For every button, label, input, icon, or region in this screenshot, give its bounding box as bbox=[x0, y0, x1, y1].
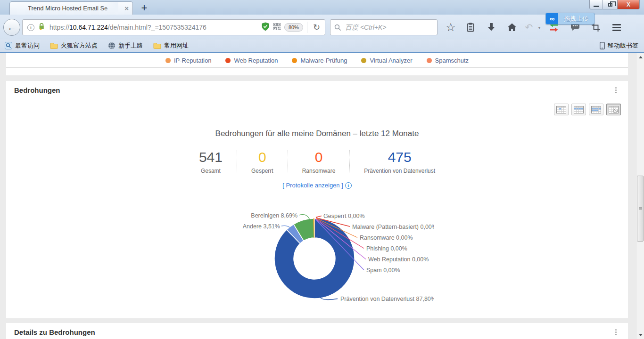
close-icon: X bbox=[627, 1, 630, 8]
arrow-up-icon bbox=[639, 56, 643, 58]
menu-hamburger-icon[interactable] bbox=[606, 19, 627, 35]
label-praevention: Prävention von Datenverlust 87,80% bbox=[340, 296, 434, 302]
leader-gesperrt bbox=[316, 216, 322, 218]
new-tab-button[interactable]: + bbox=[138, 2, 150, 14]
view-single-cell-button[interactable] bbox=[554, 104, 569, 115]
bookmark-folder-firefox[interactable]: 火狐官方站点 bbox=[50, 41, 98, 50]
label-ransomware: Ransomware 0,00% bbox=[360, 234, 413, 241]
window-controls: X bbox=[589, 0, 640, 9]
stat-label: Gesperrt bbox=[251, 168, 273, 174]
back-button[interactable]: ← bbox=[3, 19, 20, 36]
chevron-down-icon[interactable]: ▾ bbox=[536, 19, 543, 35]
table-row-icon bbox=[574, 106, 584, 113]
undo-history-icon[interactable]: ↶ bbox=[522, 19, 536, 35]
minimize-button[interactable] bbox=[589, 0, 603, 9]
search-badge-icon bbox=[5, 42, 12, 49]
legend-dot bbox=[427, 58, 432, 63]
scrollbar-thumb[interactable] bbox=[637, 176, 644, 242]
close-window-button[interactable]: X bbox=[618, 0, 640, 9]
threats-widget: Bedrohungen bbox=[6, 81, 628, 318]
legend-dot bbox=[361, 58, 366, 63]
scan-legend-card: IP-Reputation Web Reputation Malware-Prü… bbox=[6, 53, 628, 75]
stat-label: Prävention von Datenverlust bbox=[364, 168, 435, 174]
view-grid-button[interactable] bbox=[589, 104, 603, 115]
stat-blocked: 0 Gesperrt bbox=[237, 150, 288, 174]
widget-title: Details zu Bedrohungen bbox=[14, 328, 95, 336]
legend-item-web-reputation[interactable]: Web Reputation bbox=[225, 57, 278, 64]
browser-tab[interactable]: Trend Micro Hosted Email Se × bbox=[9, 1, 133, 15]
arrow-down-icon bbox=[639, 334, 643, 336]
bookmark-folder-common[interactable]: 常用网址 bbox=[153, 41, 189, 50]
stat-value: 475 bbox=[364, 150, 435, 165]
legend-item-malware-scan[interactable]: Malware-Prüfung bbox=[292, 57, 347, 64]
legend-dot bbox=[225, 58, 231, 63]
reload-icon[interactable]: ↻ bbox=[311, 22, 322, 32]
tab-close-icon[interactable]: × bbox=[124, 5, 129, 12]
url-bar[interactable]: i https://10.64.71.224/de/main.html?_=15… bbox=[22, 19, 325, 35]
bookmark-most-visited[interactable]: 最常访问 bbox=[5, 41, 40, 50]
scan-legend: IP-Reputation Web Reputation Malware-Prü… bbox=[6, 53, 628, 68]
info-icon[interactable]: i bbox=[345, 182, 352, 189]
drag-upload-label: 拖拽上传 bbox=[558, 13, 594, 24]
adblock-shield-icon[interactable] bbox=[261, 22, 270, 33]
widget-menu-kebab-icon[interactable] bbox=[615, 87, 617, 93]
label-phishing: Phishing 0,00% bbox=[366, 245, 407, 252]
scroll-down-button[interactable] bbox=[636, 331, 644, 339]
stat-value: 541 bbox=[199, 150, 223, 165]
stat-data-loss-prevention: 475 Prävention von Datenverlust bbox=[349, 150, 449, 174]
view-row-button[interactable] bbox=[571, 104, 586, 115]
globe-icon bbox=[108, 42, 116, 49]
stat-ransomware: 0 Ransomware bbox=[288, 150, 350, 174]
show-logs-link[interactable]: [ Protokolle anzeigen ] bbox=[282, 182, 343, 189]
qr-code-icon[interactable] bbox=[273, 23, 281, 32]
minimize-icon bbox=[594, 6, 599, 7]
toolbar-icons: ☆ ↶ ▾ bbox=[441, 19, 627, 35]
baidu-netdisk-logo-icon: ∞ bbox=[546, 13, 558, 24]
folder-icon bbox=[153, 42, 161, 49]
widget-menu-kebab-icon[interactable] bbox=[615, 329, 617, 335]
table-single-cell-icon bbox=[556, 106, 566, 113]
bookmark-star-icon[interactable]: ☆ bbox=[441, 19, 460, 35]
stat-label: Gesamt bbox=[199, 168, 223, 174]
restore-button[interactable] bbox=[603, 0, 618, 9]
padlock-warning-icon[interactable] bbox=[38, 23, 46, 32]
log-link-row: [ Protokolle anzeigen ] i bbox=[6, 182, 628, 189]
bookmark-mobile[interactable]: 移动版书签 bbox=[600, 41, 638, 50]
mobile-phone-icon bbox=[600, 42, 605, 49]
page-viewport: IP-Reputation Web Reputation Malware-Prü… bbox=[0, 53, 644, 339]
label-bereinigen: Bereinigen 8,69% bbox=[251, 212, 297, 219]
bookmarks-toolbar: 最常访问 火狐官方站点 新手上路 常用网址 移动版书签 bbox=[0, 40, 644, 52]
legend-item-virtual-analyzer[interactable]: Virtual Analyzer bbox=[361, 57, 412, 64]
search-input[interactable] bbox=[345, 24, 425, 31]
table-history-icon bbox=[609, 106, 619, 113]
download-icon[interactable] bbox=[481, 19, 502, 35]
scroll-up-button[interactable] bbox=[636, 53, 644, 61]
url-text: https://10.64.71.224/de/main.html?_=1507… bbox=[50, 24, 206, 31]
threat-details-widget: Details zu Bedrohungen bbox=[6, 323, 628, 339]
view-history-button[interactable] bbox=[606, 104, 621, 115]
page-info-icon[interactable]: i bbox=[27, 24, 34, 31]
zoom-level-badge[interactable]: 80% bbox=[284, 23, 303, 32]
label-web-reputation: Web Reputation 0,00% bbox=[368, 256, 429, 263]
search-bar[interactable] bbox=[330, 19, 438, 35]
restore-icon bbox=[608, 3, 612, 7]
drag-upload-button[interactable]: ∞ 拖拽上传 bbox=[545, 13, 594, 24]
label-gesperrt: Gesperrt 0,00% bbox=[323, 213, 365, 219]
legend-item-spam-protection[interactable]: Spamschutz bbox=[427, 57, 469, 64]
bookmark-getting-started[interactable]: 新手上路 bbox=[108, 41, 143, 50]
legend-dot bbox=[165, 58, 171, 63]
stat-value: 0 bbox=[302, 150, 336, 165]
bookmarks-list-icon[interactable] bbox=[460, 19, 481, 35]
urlbar-divider bbox=[307, 22, 307, 33]
home-icon[interactable] bbox=[502, 19, 522, 35]
chart-title: Bedrohungen für alle meine Domänen – let… bbox=[6, 129, 628, 138]
legend-dot bbox=[292, 58, 297, 63]
tab-title-fade bbox=[102, 2, 118, 15]
legend-item-ip-reputation[interactable]: IP-Reputation bbox=[165, 57, 212, 64]
stat-label: Ransomware bbox=[302, 168, 336, 174]
vertical-scrollbar[interactable] bbox=[636, 53, 644, 339]
label-spam: Spam 0,00% bbox=[366, 267, 400, 274]
widget-title: Bedrohungen bbox=[14, 86, 60, 94]
threat-stats-row: 541 Gesamt 0 Gesperrt 0 Ransomware 475 P… bbox=[6, 150, 628, 174]
folder-icon bbox=[50, 42, 58, 49]
